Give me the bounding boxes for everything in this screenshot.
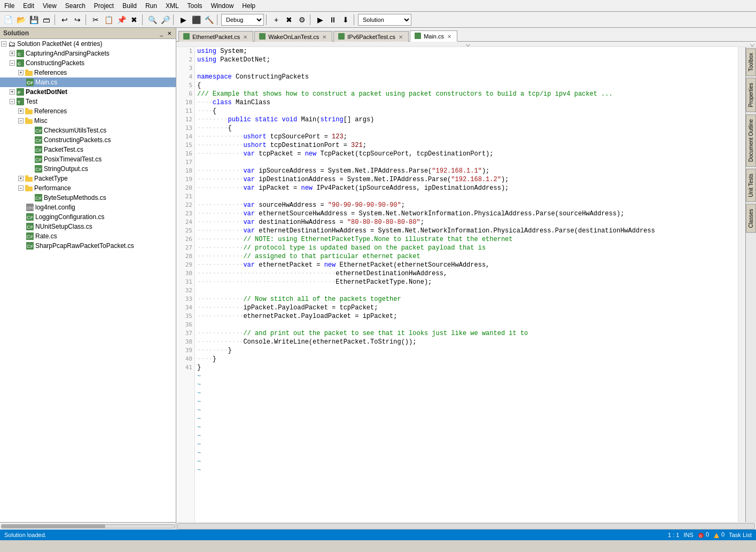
editor-content[interactable]: 1234561011121314151617181920212223242526… [176,47,756,522]
scroll-handle-top[interactable] [465,42,470,46]
menu-build[interactable]: Build [118,1,141,11]
tree-item-solution[interactable]: − 🗂 Solution PacketNet (4 entries) [0,39,176,49]
tree-item-test[interactable]: − T Test [0,97,176,106]
code-area[interactable]: using System;using PacketDotNet; namespa… [195,47,738,522]
properties-tab[interactable]: Properties [746,78,756,112]
code-line-38: ············Console.WriteLine(ethernetPa… [197,338,738,346]
stop-button[interactable]: ⏸ [327,14,339,26]
tree-item-packettest[interactable]: C# PacketTest.cs [0,145,176,154]
unit-tests-tab[interactable]: Unit Tests [746,169,756,202]
tab-close-wakeonlan[interactable]: ✕ [321,34,328,40]
tree-item-cpkts[interactable]: C# ConstructingPackets.cs [0,135,176,145]
tree-item-log4net[interactable]: CFG log4net.config [0,203,176,212]
svg-text:C#: C# [35,128,42,134]
tree-item-logging[interactable]: C# LoggingConfiguration.cs [0,212,176,222]
menu-edit[interactable]: Edit [19,1,38,11]
solution-panel-close[interactable]: ✕ [166,30,173,36]
tree-toggle-capturing[interactable]: + [10,51,15,56]
tree-item-stringout[interactable]: C# StringOutput.cs [0,164,176,174]
tree-item-rate[interactable]: C# Rate.cs [0,231,176,241]
tab-ethernetpacket[interactable]: EthernetPacket.cs ✕ [178,31,253,42]
paste-button[interactable]: 📌 [115,14,127,26]
save-button[interactable]: 💾 [28,14,40,26]
menu-view[interactable]: View [38,1,61,11]
tree-item-misc[interactable]: − Misc [0,116,176,126]
svg-text:C: C [18,61,21,66]
code-line-41: } [197,363,738,372]
tree-toggle-solution[interactable]: − [1,41,6,46]
solution-panel-title: Solution [3,29,29,37]
tab-close-ethernet[interactable]: ✕ [242,34,248,40]
tree-toggle-references[interactable]: + [18,70,24,75]
sep2 [85,14,88,25]
tree-item-sharpcap[interactable]: C# SharpPcapRawPacketToPacket.cs [0,241,176,251]
tree-item-packetdotnet[interactable]: + P PacketDotNet [0,87,176,97]
delete-button[interactable]: ✖ [128,14,140,26]
tab-close-maincs[interactable]: ✕ [446,33,453,40]
build3-btn[interactable]: 🔨 [203,14,215,26]
menu-file[interactable]: File [0,1,19,11]
add-button[interactable]: + [270,14,282,26]
run-button[interactable]: ▶ [314,14,326,26]
menu-xml[interactable]: XML [161,1,183,11]
editor-right-scroll[interactable] [738,47,745,522]
tree-label-test-refs: References [34,107,67,115]
solution-scrollbar[interactable] [0,522,176,530]
find-button[interactable]: 🔍 [146,14,158,26]
svg-text:C#: C# [35,157,42,162]
menu-tools[interactable]: Tools [183,1,207,11]
build2-btn[interactable]: ⬛ [190,14,202,26]
tree-toggle-performance[interactable]: − [18,185,24,191]
editor-hscroll[interactable] [176,522,756,530]
step-button[interactable]: ⬇ [340,14,352,26]
tree-item-performance[interactable]: − Performance [0,183,176,193]
tab-maincs[interactable]: Main.cs ✕ [410,30,457,42]
tab-ipv6[interactable]: IPv6PacketTest.cs ✕ [333,31,409,42]
new-button[interactable]: 📄 [2,14,14,26]
solution-panel-minimize[interactable]: _ [159,30,164,36]
tree-item-posix[interactable]: C# PosixTimevalTest.cs [0,154,176,164]
tree-toggle-packettype[interactable]: + [18,176,24,181]
classes-tab[interactable]: Classes [746,204,756,233]
tree-item-maincs[interactable]: C# Main.cs [0,77,176,87]
cs-icon-logging: C# [26,213,34,221]
config-dropdown[interactable]: Debug Release [221,14,264,26]
cut-button[interactable]: ✂ [90,14,102,26]
tree-item-bytesetup[interactable]: C# ByteSetupMethods.cs [0,193,176,203]
tree-toggle-test[interactable]: − [10,99,15,104]
platform-dropdown[interactable]: Solution [358,14,411,26]
tree-item-references[interactable]: + References [0,68,176,77]
svg-text:P: P [18,90,21,95]
menu-window[interactable]: Window [207,1,238,11]
tab-close-ipv6[interactable]: ✕ [398,34,404,40]
tree-item-capturing[interactable]: + C CapturingAndParsingPackets [0,49,176,58]
scroll-handle-right[interactable] [750,42,754,46]
copy-button[interactable]: 📋 [103,14,114,26]
tree-toggle-test-refs[interactable]: + [18,108,24,114]
toolbox-tab[interactable]: Toolbox [746,48,756,76]
editor-area: EthernetPacket.cs ✕ WakeOnLanTest.cs ✕ I… [176,28,756,530]
settings-button[interactable]: ⚙ [296,14,308,26]
statusbar-tasklist[interactable]: Task List [729,532,752,538]
tree-item-test-refs[interactable]: + References [0,106,176,116]
tree-toggle-misc[interactable]: − [18,118,24,123]
menu-help[interactable]: Help [238,1,260,11]
remove-button[interactable]: ✖ [283,14,295,26]
menu-search[interactable]: Search [61,1,90,11]
open-button[interactable]: 📂 [15,14,27,26]
menu-project[interactable]: Project [90,1,118,11]
menu-run[interactable]: Run [141,1,161,11]
document-outline-tab[interactable]: Document Outline [746,114,756,167]
tree-item-nunit[interactable]: C# NUnitSetupClass.cs [0,222,176,231]
undo-button[interactable]: ↩ [59,14,71,26]
build-btn[interactable]: ▶ [177,14,189,26]
save-all-button[interactable]: 🗃 [41,14,52,26]
tree-toggle-constructing[interactable]: − [10,60,15,66]
tree-item-packettype[interactable]: + PacketType [0,174,176,183]
tree-item-constructing[interactable]: − C ConstructingPackets [0,58,176,68]
tree-toggle-packetdotnet[interactable]: + [10,89,15,95]
find-next-button[interactable]: 🔎 [159,14,171,26]
tab-wakeonlan[interactable]: WakeOnLanTest.cs ✕ [254,31,332,42]
redo-button[interactable]: ↪ [72,14,83,26]
tree-item-checksum[interactable]: C# ChecksumUtilsTest.cs [0,126,176,135]
